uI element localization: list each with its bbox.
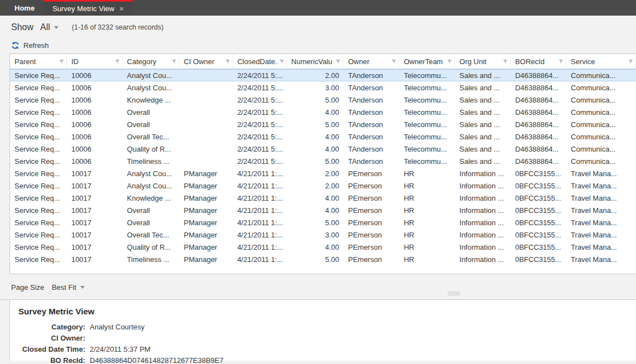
table-cell: 10006 bbox=[67, 130, 123, 143]
grid-header-row: Parent ID Category CI Owner ClosedDate..… bbox=[10, 54, 636, 69]
table-cell: Timeliness ... bbox=[123, 253, 179, 265]
column-header-label: Category bbox=[127, 57, 171, 66]
table-row[interactable]: Service Req...10017Timeliness ...PManage… bbox=[10, 253, 636, 265]
table-cell: Travel Mana... bbox=[566, 241, 636, 253]
table-row[interactable]: Service Req...10006Overall2/24/2011 5:..… bbox=[10, 118, 636, 130]
tab-survey-metric-view[interactable]: Survey Metric View × bbox=[43, 0, 133, 16]
filter-funnel-icon[interactable] bbox=[172, 59, 177, 64]
column-header[interactable]: CI Owner bbox=[179, 54, 233, 69]
column-header[interactable]: Owner bbox=[343, 54, 399, 69]
table-cell: Sales and ... bbox=[455, 155, 511, 167]
show-dropdown[interactable]: All bbox=[40, 22, 59, 32]
filter-funnel-icon[interactable] bbox=[559, 59, 564, 64]
tab-home-label: Home bbox=[14, 4, 35, 12]
detail-panel: Survey Metric View Category: Analyst Cou… bbox=[9, 300, 636, 361]
table-row[interactable]: Service Req...10017Knowledge ...PManager… bbox=[10, 192, 636, 204]
filter-funnel-icon[interactable] bbox=[225, 59, 230, 64]
table-cell: 10017 bbox=[67, 192, 123, 204]
table-cell: PEmerson bbox=[343, 192, 399, 204]
table-cell: Communica... bbox=[566, 106, 636, 118]
table-cell: 4.00 bbox=[287, 204, 344, 216]
table-cell: 10017 bbox=[67, 167, 123, 179]
grid-body: Service Req...10006Analyst Cou...2/24/20… bbox=[10, 69, 636, 265]
table-cell: 4.00 bbox=[287, 192, 344, 204]
filter-funnel-icon[interactable] bbox=[391, 59, 396, 64]
filter-funnel-icon[interactable] bbox=[279, 59, 284, 64]
table-cell: 0BFCC3155... bbox=[511, 241, 566, 253]
table-row[interactable]: Service Req...10017Quality of R...PManag… bbox=[10, 241, 636, 253]
table-cell: 4/21/2011 1:... bbox=[233, 229, 287, 241]
filter-funnel-icon[interactable] bbox=[628, 59, 633, 64]
column-header[interactable]: ID bbox=[67, 54, 123, 69]
table-cell: 10017 bbox=[67, 253, 123, 265]
table-cell: PEmerson bbox=[343, 216, 399, 229]
table-cell bbox=[179, 155, 233, 167]
table-cell: Knowledge ... bbox=[123, 94, 179, 106]
table-row[interactable]: Service Req...10006Knowledge ...2/24/201… bbox=[10, 94, 636, 106]
table-cell bbox=[179, 81, 233, 94]
table-cell: Quality of R... bbox=[123, 143, 179, 155]
table-cell: 4/21/2011 1:... bbox=[233, 179, 287, 192]
table-cell: Service Req... bbox=[10, 229, 67, 241]
filter-funnel-icon[interactable] bbox=[447, 59, 452, 64]
filter-funnel-icon[interactable] bbox=[115, 59, 120, 64]
page-size-dropdown[interactable]: Best Fit bbox=[52, 283, 85, 292]
table-cell: 5.00 bbox=[287, 94, 344, 106]
column-header[interactable]: Org Unit bbox=[455, 54, 511, 69]
table-cell: Service Req... bbox=[10, 179, 67, 192]
splitter-handle[interactable] bbox=[448, 292, 460, 296]
column-header[interactable]: NumericValu bbox=[287, 54, 344, 69]
table-cell: TAnderson bbox=[343, 118, 399, 130]
table-row[interactable]: Service Req...10017OverallPManager4/21/2… bbox=[10, 204, 636, 216]
table-row[interactable]: Service Req...10006Analyst Cou...2/24/20… bbox=[10, 81, 636, 94]
filter-funnel-icon[interactable] bbox=[503, 59, 508, 64]
table-cell: 0BFCC3155... bbox=[511, 204, 566, 216]
table-row[interactable]: Service Req...10006Quality of R...2/24/2… bbox=[10, 143, 636, 155]
table-cell: Telecommu... bbox=[399, 81, 455, 94]
filter-funnel-icon[interactable] bbox=[59, 59, 64, 64]
table-cell: 10006 bbox=[67, 155, 123, 167]
table-row[interactable]: Service Req...10006Overall2/24/2011 5:..… bbox=[10, 106, 636, 118]
table-row[interactable]: Service Req...10006Overall Tec...2/24/20… bbox=[10, 130, 636, 143]
table-cell: 10006 bbox=[67, 118, 123, 130]
detail-field-label: CI Owner: bbox=[18, 333, 85, 344]
table-cell: Overall bbox=[123, 106, 179, 118]
column-header[interactable]: Service bbox=[566, 54, 636, 69]
table-row[interactable]: Service Req...10017OverallPManager4/21/2… bbox=[10, 216, 636, 229]
table-cell: 5.00 bbox=[287, 155, 344, 167]
table-cell: 0BFCC3155... bbox=[511, 229, 566, 241]
table-cell: 4.00 bbox=[287, 241, 344, 253]
table-cell: 4.00 bbox=[287, 130, 344, 143]
filter-funnel-icon[interactable] bbox=[336, 59, 341, 64]
column-header-label: Org Unit bbox=[459, 57, 502, 66]
column-header[interactable]: Parent bbox=[10, 54, 67, 69]
tab-home[interactable]: Home bbox=[6, 0, 43, 16]
table-cell: Sales and ... bbox=[455, 106, 511, 118]
table-cell: Service Req... bbox=[10, 167, 67, 179]
table-row[interactable]: Service Req...10006Timeliness ...2/24/20… bbox=[10, 155, 636, 167]
table-cell: 0BFCC3155... bbox=[511, 216, 566, 229]
table-row[interactable]: Service Req...10017Analyst Cou...PManage… bbox=[10, 179, 636, 192]
table-row[interactable]: Service Req...10017Overall Tec...PManage… bbox=[10, 229, 636, 241]
table-cell: 2/24/2011 5:... bbox=[233, 81, 287, 94]
column-header[interactable]: OwnerTeam bbox=[399, 54, 455, 69]
table-cell: 2.00 bbox=[287, 179, 344, 192]
column-header[interactable]: BORecId bbox=[511, 54, 566, 69]
column-header[interactable]: Category bbox=[123, 54, 179, 69]
table-cell bbox=[179, 94, 233, 106]
table-cell: Service Req... bbox=[10, 155, 67, 167]
tab-close-icon[interactable]: × bbox=[119, 5, 124, 12]
app-window: Home Survey Metric View × Show All (1-16… bbox=[0, 0, 636, 361]
table-row[interactable]: Service Req...10017Analyst Cou...PManage… bbox=[10, 167, 636, 179]
table-row[interactable]: Service Req...10006Analyst Cou...2/24/20… bbox=[10, 69, 636, 81]
table-cell: Information ... bbox=[455, 241, 511, 253]
table-cell: PManager bbox=[179, 229, 233, 241]
table-cell: 2/24/2011 5:... bbox=[233, 155, 287, 167]
table-cell: Travel Mana... bbox=[566, 167, 636, 179]
column-header[interactable]: ClosedDate.. bbox=[233, 54, 287, 69]
record-count-text: (1-16 of 3232 search records) bbox=[72, 23, 164, 31]
table-cell: Telecommu... bbox=[399, 94, 455, 106]
table-cell bbox=[179, 130, 233, 143]
refresh-button[interactable]: Refresh bbox=[11, 41, 49, 50]
column-header-label: NumericValu bbox=[292, 57, 335, 66]
